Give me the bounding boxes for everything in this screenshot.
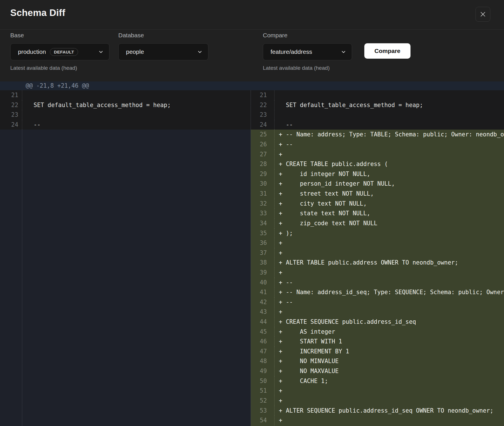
code-text: + CREATE SEQUENCE public.address_id_seq — [275, 317, 504, 327]
code-text: SET default_table_access_method = heap; — [22, 100, 251, 110]
code-text: + -- Name: address; Type: TABLE; Schema:… — [275, 130, 504, 140]
base-hint: Latest available data (head) — [10, 65, 77, 71]
diff-line-added: 52+ — [251, 396, 504, 406]
diff-line-added: 48+ NO MINVALUE — [251, 356, 504, 366]
code-text: + — [275, 238, 504, 248]
code-text: + — [275, 248, 504, 258]
compare-button[interactable]: Compare — [364, 43, 410, 59]
base-branch-value: production — [18, 48, 46, 55]
line-number: 29 — [251, 169, 275, 179]
diff-line-added: 47+ INCREMENT BY 1 — [251, 347, 504, 357]
line-number: 23 — [251, 110, 275, 120]
code-text: + id integer NOT NULL, — [275, 169, 504, 179]
line-number: 21 — [251, 90, 275, 100]
diff-line-added: 40+ -- — [251, 278, 504, 288]
line-number: 35 — [251, 228, 275, 238]
modal-header: Schema Diff — [0, 0, 504, 30]
line-number: 22 — [251, 100, 275, 110]
line-number: 25 — [251, 130, 275, 140]
line-number: 51 — [251, 386, 275, 396]
diff-line-added: 28+ CREATE TABLE public.address ( — [251, 159, 504, 169]
code-text: + ); — [275, 228, 504, 238]
code-text: -- — [22, 120, 251, 130]
diff-line-context: 24 -- — [251, 120, 504, 130]
diff-line-added: 29+ id integer NOT NULL, — [251, 169, 504, 179]
database-select[interactable]: people — [118, 43, 208, 60]
line-number: 48 — [251, 356, 275, 366]
line-number: 43 — [251, 307, 275, 317]
line-number: 50 — [251, 376, 275, 386]
line-number: 44 — [251, 317, 275, 327]
close-icon — [480, 11, 486, 17]
controls-bar: Base production DEFAULT Latest available… — [0, 30, 504, 81]
diff-line-added: 26+ -- — [251, 140, 504, 149]
diff-line-context: 22 SET default_table_access_method = hea… — [0, 100, 251, 110]
line-number: 33 — [251, 208, 275, 218]
line-number: 23 — [0, 110, 22, 120]
diff-line-added: 50+ CACHE 1; — [251, 376, 504, 386]
code-text: + ALTER SEQUENCE public.address_id_seq O… — [275, 406, 504, 416]
chevron-down-icon — [98, 49, 103, 54]
compare-label: Compare — [263, 32, 287, 39]
line-number: 49 — [251, 366, 275, 376]
line-number: 28 — [251, 159, 275, 169]
base-branch-select[interactable]: production DEFAULT — [10, 43, 109, 60]
code-text: + — [275, 415, 504, 425]
diff-line-added: 27+ — [251, 149, 504, 159]
diff-line-added: 43+ — [251, 307, 504, 317]
diff-line-added: 42+ -- — [251, 297, 504, 307]
code-text: + -- Name: address_id_seq; Type: SEQUENC… — [275, 287, 504, 297]
line-number: 38 — [251, 258, 275, 268]
line-number: 24 — [0, 120, 22, 130]
compare-branch-select[interactable]: feature/address — [263, 43, 352, 60]
code-text: + — [275, 149, 504, 159]
code-text: + — [275, 386, 504, 396]
diff-line-context: 24 -- — [0, 120, 251, 130]
diff-line-added: 53+ ALTER SEQUENCE public.address_id_seq… — [251, 406, 504, 416]
diff-line-added: 25+ -- Name: address; Type: TABLE; Schem… — [251, 130, 504, 140]
line-number: 36 — [251, 238, 275, 248]
code-text: + zip_code text NOT NULL — [275, 218, 504, 228]
code-text: -- — [275, 120, 504, 130]
diff-line-added: 39+ — [251, 268, 504, 278]
line-number: 31 — [251, 189, 275, 199]
diff-line-added: 37+ — [251, 248, 504, 258]
line-number: 32 — [251, 199, 275, 209]
diff-pane-compare: 21 22 SET default_table_access_method = … — [251, 90, 504, 426]
code-text: SET default_table_access_method = heap; — [275, 100, 504, 110]
line-number: 24 — [251, 120, 275, 130]
code-text: + street text NOT NULL, — [275, 189, 504, 199]
code-text: + person_id integer NOT NULL, — [275, 179, 504, 189]
diff-line-added: 45+ AS integer — [251, 327, 504, 337]
line-number: 34 — [251, 218, 275, 228]
diff-scroll-area[interactable]: 21 22 SET default_table_access_method = … — [0, 90, 504, 426]
code-text: + AS integer — [275, 327, 504, 337]
code-text — [22, 90, 251, 100]
diff-pane-base: 21 22 SET default_table_access_method = … — [0, 90, 251, 426]
modal-title: Schema Diff — [10, 7, 65, 18]
code-text: + NO MAXVALUE — [275, 366, 504, 376]
hunk-header: @@ -21,8 +21,46 @@ — [0, 81, 504, 90]
code-text: + -- — [275, 278, 504, 288]
code-text — [22, 110, 251, 120]
line-number: 52 — [251, 396, 275, 406]
diff-line-added: 30+ person_id integer NOT NULL, — [251, 179, 504, 189]
code-text: + — [275, 307, 504, 317]
line-number: 42 — [251, 297, 275, 307]
compare-hint: Latest available data (head) — [263, 65, 330, 71]
line-number: 22 — [0, 100, 22, 110]
schema-diff-viewer: @@ -21,8 +21,46 @@ 21 22 SET default_tab… — [0, 81, 504, 426]
close-button[interactable] — [475, 7, 490, 22]
chevron-down-icon — [197, 49, 202, 54]
diff-line-added: 49+ NO MAXVALUE — [251, 366, 504, 376]
diff-line-added: 33+ state text NOT NULL, — [251, 208, 504, 218]
line-number: 45 — [251, 327, 275, 337]
code-text: + INCREMENT BY 1 — [275, 347, 504, 357]
line-number: 53 — [251, 406, 275, 416]
diff-line-added: 34+ zip_code text NOT NULL — [251, 218, 504, 228]
line-number: 47 — [251, 347, 275, 357]
code-text: + CACHE 1; — [275, 376, 504, 386]
diff-line-added: 51+ — [251, 386, 504, 396]
line-number: 21 — [0, 90, 22, 100]
code-text: + city text NOT NULL, — [275, 199, 504, 209]
